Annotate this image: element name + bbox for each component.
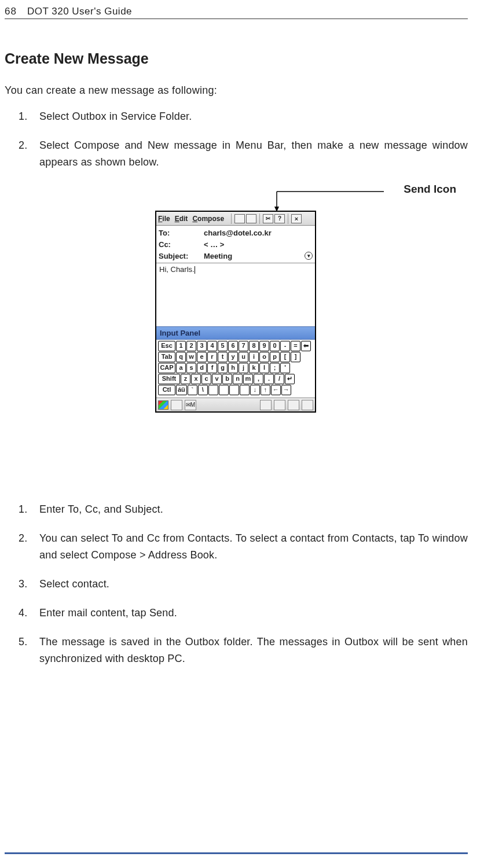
key-j[interactable]: j <box>239 363 248 373</box>
key-↑[interactable]: ↑ <box>261 385 270 395</box>
key-l[interactable]: l <box>259 363 269 373</box>
cc-row: Cc: < … > <box>159 238 313 250</box>
help-icon[interactable]: ? <box>274 214 285 223</box>
keyboard-icon[interactable] <box>288 400 299 410</box>
key-áü[interactable]: áü <box>176 385 187 395</box>
step-text: Select contact. <box>39 578 109 590</box>
key-3[interactable]: 3 <box>197 341 207 351</box>
callout-label: Send Icon <box>404 183 456 196</box>
input-method-icon[interactable] <box>171 400 182 410</box>
speaker-icon[interactable] <box>274 400 285 410</box>
key-4[interactable]: 4 <box>207 341 217 351</box>
key-1[interactable]: 1 <box>176 341 186 351</box>
key-Esc[interactable]: Esc <box>158 341 175 351</box>
key-;[interactable]: ; <box>270 363 280 373</box>
key-Shift[interactable]: Shift <box>158 374 180 384</box>
key-f[interactable]: f <box>207 363 217 373</box>
key-,[interactable]: , <box>254 374 263 384</box>
key-`[interactable]: ` <box>188 385 197 395</box>
subject-value[interactable]: Meeting <box>204 252 305 260</box>
key-o[interactable]: o <box>259 352 269 362</box>
mail-icon[interactable]: ✉M <box>185 400 196 410</box>
key-⬅[interactable]: ⬅ <box>301 341 311 351</box>
key-↵[interactable]: ↵ <box>285 374 295 384</box>
input-panel-bar[interactable]: Input Panel <box>156 326 315 340</box>
step-text: The message is saved in the Outbox folde… <box>39 636 468 665</box>
key-a[interactable]: a <box>176 363 186 373</box>
key-CAP[interactable]: CAP <box>158 363 175 373</box>
key-x[interactable]: x <box>191 374 201 384</box>
key-2[interactable]: 2 <box>186 341 196 351</box>
key-v[interactable]: v <box>212 374 222 384</box>
soft-keyboard[interactable]: Esc1234567890-=⬅ Tabqwertyuiop[] CAPasdf… <box>156 340 315 398</box>
footer-rule <box>5 852 468 854</box>
key-Ctl[interactable]: Ctl <box>158 385 175 395</box>
key-.[interactable]: . <box>264 374 274 384</box>
key-e[interactable]: e <box>197 352 207 362</box>
key-g[interactable]: g <box>218 363 228 373</box>
key-r[interactable]: r <box>207 352 217 362</box>
key--[interactable]: - <box>280 341 290 351</box>
step-item: 2.Select Compose and New message in Menu… <box>39 137 468 171</box>
key-w[interactable]: w <box>186 352 196 362</box>
key-/[interactable]: / <box>274 374 284 384</box>
cc-value[interactable]: < … > <box>204 240 313 249</box>
window-icon[interactable] <box>246 214 256 223</box>
key-9[interactable]: 9 <box>259 341 269 351</box>
key-blank[interactable] <box>219 385 229 395</box>
key-y[interactable]: y <box>228 352 238 362</box>
key-s[interactable]: s <box>186 363 196 373</box>
key-8[interactable]: 8 <box>249 341 259 351</box>
key-d[interactable]: d <box>197 363 207 373</box>
cut-icon[interactable]: ✂ <box>263 214 273 223</box>
key-=[interactable]: = <box>291 341 300 351</box>
chevron-down-icon[interactable]: ▾ <box>305 252 313 260</box>
key-z[interactable]: z <box>181 374 190 384</box>
key-[[interactable]: [ <box>280 352 290 362</box>
close-icon[interactable]: × <box>291 214 302 223</box>
menu-edit[interactable]: Edit <box>175 215 188 223</box>
key-c[interactable]: c <box>201 374 211 384</box>
step-num: 3. <box>19 576 27 593</box>
key-0[interactable]: 0 <box>270 341 280 351</box>
key-i[interactable]: i <box>249 352 259 362</box>
key-b[interactable]: b <box>222 374 232 384</box>
key-u[interactable]: u <box>239 352 248 362</box>
key-h[interactable]: h <box>228 363 238 373</box>
desktop-icon[interactable] <box>302 400 313 410</box>
net-icon[interactable] <box>260 400 272 410</box>
key-←[interactable]: ← <box>271 385 281 395</box>
key-Tab[interactable]: Tab <box>158 352 175 362</box>
key-blank[interactable] <box>240 385 250 395</box>
key-m[interactable]: m <box>243 374 253 384</box>
step-num: 1. <box>19 501 27 518</box>
key-↓[interactable]: ↓ <box>250 385 260 395</box>
key-k[interactable]: k <box>249 363 259 373</box>
subject-label: Subject: <box>159 252 204 260</box>
menu-file[interactable]: File <box>158 215 170 223</box>
menu-compose[interactable]: Compose <box>192 215 224 223</box>
key-'[interactable]: ' <box>280 363 290 373</box>
key-6[interactable]: 6 <box>228 341 238 351</box>
section-title: Create New Message <box>5 50 468 67</box>
to-row: To: charls@dotel.co.kr <box>159 227 313 238</box>
key-n[interactable]: n <box>233 374 243 384</box>
message-body[interactable]: Hi, Charls. <box>156 263 315 326</box>
key-blank[interactable] <box>208 385 218 395</box>
key-t[interactable]: t <box>218 352 228 362</box>
send-icon[interactable] <box>234 214 245 223</box>
step-num: 5. <box>19 634 27 651</box>
to-value[interactable]: charls@dotel.co.kr <box>204 229 313 237</box>
key-5[interactable]: 5 <box>218 341 228 351</box>
key-\[interactable]: \ <box>198 385 208 395</box>
step-item: 5.The message is saved in the Outbox fol… <box>39 634 468 668</box>
key-p[interactable]: p <box>270 352 280 362</box>
key-][interactable]: ] <box>291 352 300 362</box>
section-intro: You can create a new message as followin… <box>5 84 468 97</box>
start-flag-icon[interactable] <box>158 400 168 410</box>
key-→[interactable]: → <box>281 385 291 395</box>
step-item: 1.Select Outbox in Service Folder. <box>39 108 468 126</box>
key-q[interactable]: q <box>176 352 186 362</box>
key-blank[interactable] <box>229 385 239 395</box>
key-7[interactable]: 7 <box>239 341 248 351</box>
